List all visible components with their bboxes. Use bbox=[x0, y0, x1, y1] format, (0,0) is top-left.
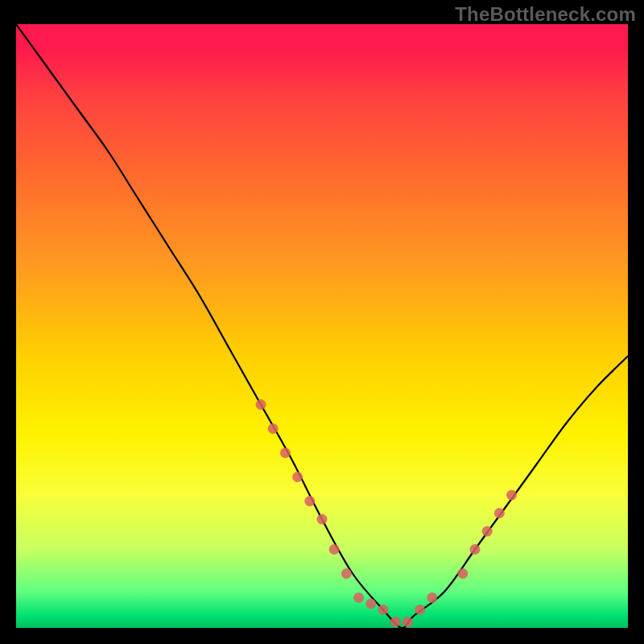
bottleneck-curve bbox=[16, 24, 628, 628]
watermark-text: TheBottleneck.com bbox=[455, 3, 636, 26]
highlight-dot bbox=[365, 599, 376, 609]
highlight-dots bbox=[256, 399, 518, 627]
highlight-dot bbox=[378, 605, 389, 615]
highlight-dot bbox=[353, 592, 364, 603]
curve-svg bbox=[16, 24, 628, 628]
highlight-dot bbox=[506, 490, 517, 501]
highlight-dot bbox=[470, 544, 481, 555]
highlight-dot bbox=[390, 617, 401, 627]
highlight-dot bbox=[304, 496, 315, 506]
highlight-dot bbox=[292, 472, 303, 482]
plot-area bbox=[16, 24, 628, 628]
highlight-dot bbox=[415, 605, 425, 615]
highlight-dot bbox=[280, 448, 291, 458]
highlight-dot bbox=[482, 526, 493, 537]
highlight-dot bbox=[494, 508, 505, 518]
chart-frame: TheBottleneck.com bbox=[0, 0, 644, 644]
highlight-dot bbox=[427, 592, 437, 603]
highlight-dot bbox=[317, 514, 328, 525]
highlight-dot bbox=[256, 399, 266, 410]
highlight-dot bbox=[457, 568, 468, 579]
highlight-dot bbox=[268, 423, 279, 434]
highlight-dot bbox=[329, 544, 340, 555]
highlight-dot bbox=[341, 568, 352, 579]
highlight-dot bbox=[402, 617, 413, 627]
